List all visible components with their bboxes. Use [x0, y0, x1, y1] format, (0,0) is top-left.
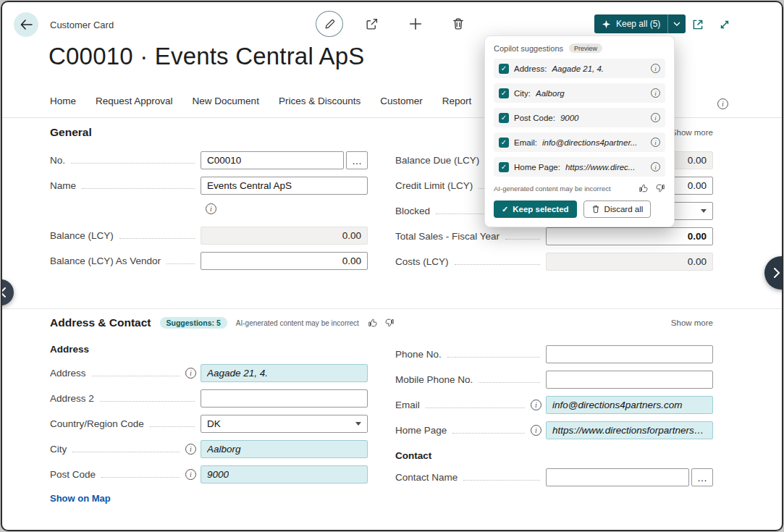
- input-value: 0.00: [688, 231, 707, 242]
- field-label: Address 2: [50, 393, 94, 404]
- suggestions-count-badge[interactable]: Suggestions: 5: [160, 317, 227, 329]
- suggestion-row[interactable]: Post Code:9000: [494, 108, 665, 127]
- tab-report[interactable]: Report: [442, 96, 472, 106]
- ribbon-info-icon[interactable]: [717, 96, 728, 109]
- input-value: 0.00: [688, 256, 707, 267]
- edit-button[interactable]: [316, 11, 343, 37]
- back-button[interactable]: [14, 12, 38, 37]
- pencil-icon: [324, 18, 336, 30]
- checkbox-checked[interactable]: [499, 162, 509, 172]
- suggestion-label: Post Code:: [514, 114, 555, 122]
- new-button[interactable]: [408, 17, 423, 31]
- info-icon[interactable]: [651, 138, 660, 147]
- tab-request-approval[interactable]: Request Approval: [96, 96, 173, 106]
- tab-prices-discounts[interactable]: Prices & Discounts: [279, 96, 361, 106]
- thumbs-up-button[interactable]: [368, 318, 378, 328]
- keep-all-dropdown-button[interactable]: [667, 14, 686, 33]
- text-input[interactable]: C00010: [201, 151, 344, 169]
- number-input[interactable]: 0.00: [201, 252, 368, 270]
- feedback-buttons: [368, 318, 395, 328]
- checkbox-checked[interactable]: [499, 113, 509, 123]
- suggestion-row[interactable]: Email:info@directions4partner...: [494, 132, 665, 152]
- dotted-leader: [71, 163, 195, 164]
- open-in-new-window-button[interactable]: [691, 17, 705, 32]
- info-icon[interactable]: [531, 400, 541, 410]
- checkbox-checked[interactable]: [499, 64, 509, 74]
- share-button[interactable]: [364, 17, 379, 31]
- general-heading: General: [50, 126, 92, 139]
- copilot-sparkle-icon: [602, 20, 611, 29]
- info-icon[interactable]: [185, 469, 196, 480]
- address-left-column: AddressAagade 21, 4.Address 2Country/Reg…: [50, 364, 368, 484]
- show-on-map-link[interactable]: Show on Map: [50, 493, 368, 504]
- thumbs-down-button[interactable]: [655, 183, 665, 193]
- tab-customer[interactable]: Customer: [380, 96, 423, 106]
- assist-button[interactable]: [346, 151, 368, 169]
- address-show-more-link[interactable]: Show more: [671, 318, 713, 327]
- chevron-right-icon: [774, 268, 780, 278]
- copilot-popup-header: Copilot suggestions Preview: [494, 43, 665, 53]
- keep-selected-button[interactable]: Keep selected: [494, 200, 577, 218]
- tab-new-document[interactable]: New Document: [193, 96, 259, 106]
- checkbox-checked[interactable]: [499, 88, 509, 98]
- dropdown-select[interactable]: DK: [201, 415, 368, 433]
- suggestion-row[interactable]: Address:Aagade 21, 4.: [494, 59, 665, 78]
- next-record-button[interactable]: [764, 256, 783, 290]
- info-icon[interactable]: [651, 113, 660, 122]
- text-input[interactable]: [201, 389, 368, 408]
- field-control: DK: [201, 415, 368, 433]
- dotted-leader: [100, 401, 195, 402]
- readonly-value: 0.00: [201, 227, 368, 245]
- diagonal-resize-icon: [718, 18, 731, 31]
- suggested-input[interactable]: info@directions4partners.com: [546, 396, 713, 414]
- general-show-more-link[interactable]: Show more: [671, 128, 713, 137]
- input-value: https://www.directionsforpartners.com,: [552, 425, 707, 436]
- delete-button[interactable]: [451, 17, 465, 31]
- info-icon[interactable]: [651, 64, 660, 73]
- text-input[interactable]: [546, 468, 689, 486]
- arrow-left-icon: [20, 20, 33, 30]
- suggestion-row[interactable]: Home Page:https://www.direc...: [494, 157, 665, 177]
- dotted-leader: [426, 408, 525, 408]
- info-icon[interactable]: [206, 203, 216, 214]
- info-icon[interactable]: [185, 368, 196, 379]
- assist-button[interactable]: [691, 468, 713, 486]
- suggested-input[interactable]: https://www.directionsforpartners.com,: [546, 421, 713, 439]
- thumbs-down-button[interactable]: [384, 318, 395, 328]
- info-icon[interactable]: [185, 444, 196, 455]
- text-input[interactable]: [546, 371, 713, 389]
- thumbs-up-button[interactable]: [638, 183, 649, 193]
- number-input[interactable]: 0.00: [546, 227, 713, 245]
- field-label: Contact Name: [395, 472, 458, 483]
- fullscreen-toggle-button[interactable]: [717, 17, 732, 32]
- copilot-action-buttons: Keep selected Discard all: [494, 200, 665, 218]
- field-control: [546, 468, 713, 486]
- discard-all-button[interactable]: Discard all: [583, 200, 652, 218]
- field-email: Emailinfo@directions4partners.com: [395, 396, 713, 414]
- checkbox-checked[interactable]: [499, 138, 509, 148]
- text-input[interactable]: Events Central ApS: [201, 177, 368, 195]
- field-control: 0.00: [546, 227, 713, 245]
- dotted-leader: [455, 264, 540, 265]
- keep-all-button[interactable]: Keep all (5): [594, 14, 667, 33]
- text-input[interactable]: [546, 345, 713, 363]
- popout-icon: [691, 18, 704, 31]
- field-label: Balance (LCY): [50, 230, 114, 241]
- suggestion-row[interactable]: City:Aalborg: [494, 83, 665, 103]
- address-contact-header: Address & Contact Suggestions: 5 AI-gene…: [50, 316, 713, 329]
- info-icon[interactable]: [651, 162, 660, 172]
- input-value: 0.00: [688, 155, 707, 166]
- thumbs-down-icon: [655, 183, 665, 193]
- suggested-input[interactable]: Aalborg: [201, 440, 368, 458]
- field-label: Name: [50, 180, 76, 191]
- previous-record-button[interactable]: [1, 279, 14, 305]
- tab-home[interactable]: Home: [50, 96, 76, 106]
- suggested-input[interactable]: Aagade 21, 4.: [201, 364, 368, 382]
- copilot-suggestions-popup: Copilot suggestions Preview Address:Aaga…: [484, 35, 675, 227]
- plus-icon: [409, 17, 422, 30]
- info-icon[interactable]: [531, 425, 541, 436]
- suggested-input[interactable]: 9000: [201, 465, 368, 484]
- field-post-code: Post Code9000: [50, 465, 368, 484]
- input-value: 0.00: [688, 180, 707, 191]
- info-icon[interactable]: [651, 88, 660, 98]
